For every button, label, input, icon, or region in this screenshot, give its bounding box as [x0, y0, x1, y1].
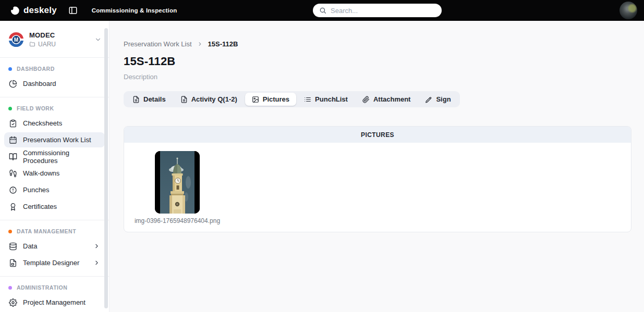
- sidebar-item-project-management[interactable]: Project Management: [4, 295, 105, 310]
- footprints-icon: [9, 169, 17, 178]
- page-subtitle: Description: [124, 73, 644, 81]
- paperclip-icon: [362, 96, 370, 103]
- book-open-icon: [9, 153, 17, 161]
- sidebar: M MODEC UARU DASHBOARD: [0, 21, 110, 312]
- tab-activity[interactable]: Activity Q(1-2): [174, 93, 244, 106]
- breadcrumb: Preservation Work List 15S-112B: [124, 40, 644, 48]
- pictures-panel-header: PICTURES: [124, 127, 631, 143]
- section-data-management: DATA MANAGEMENT Data Template Designer: [0, 220, 109, 273]
- tab-attachment[interactable]: Attachment: [356, 93, 418, 106]
- modec-logo-icon: M: [8, 32, 24, 47]
- deskely-logo-icon: [9, 5, 20, 16]
- section-dot: [8, 67, 12, 71]
- calendar-icon: [9, 136, 17, 144]
- brand-logo[interactable]: deskely: [9, 5, 57, 16]
- workspace-name: MODEC: [29, 31, 89, 39]
- tab-details[interactable]: Details: [126, 93, 173, 106]
- alert-circle-icon: [9, 186, 17, 194]
- sidebar-item-template-designer[interactable]: Template Designer: [4, 255, 105, 270]
- award-icon: [9, 203, 17, 211]
- file-text-icon: [132, 96, 140, 103]
- section-header-data-management: DATA MANAGEMENT: [0, 222, 109, 237]
- pen-icon: [425, 96, 432, 103]
- main-content: Preservation Work List 15S-112B 15S-112B…: [110, 21, 644, 312]
- section-header-field-work: FIELD WORK: [0, 99, 109, 114]
- sidebar-item-data[interactable]: Data: [4, 239, 105, 254]
- breadcrumb-root[interactable]: Preservation Work List: [124, 40, 192, 48]
- section-dot: [8, 286, 12, 290]
- image-icon: [252, 96, 259, 103]
- sidebar-item-dashboard[interactable]: Dashboard: [4, 76, 105, 91]
- clipboard-check-icon: [9, 119, 17, 128]
- sidebar-item-certificates[interactable]: Certificates: [4, 199, 105, 214]
- section-header-administration: ADMINISTRATION: [0, 279, 109, 293]
- database-icon: [9, 242, 17, 251]
- section-field-work: FIELD WORK Checksheets Pr: [0, 97, 109, 217]
- sidebar-item-walk-downs[interactable]: Walk-downs: [4, 166, 105, 181]
- section-dashboard: DASHBOARD Dashboard: [0, 58, 109, 94]
- pictures-panel: PICTURES: [124, 126, 631, 232]
- chevron-down-icon[interactable]: [94, 36, 102, 43]
- sidebar-item-commissioning-procedures[interactable]: Commissioning Procedures: [4, 149, 105, 164]
- section-dot: [8, 230, 12, 233]
- breadcrumb-current: 15S-112B: [208, 40, 238, 48]
- sidebar-toggle-icon[interactable]: [68, 6, 78, 15]
- page-title: 15S-112B: [124, 55, 644, 68]
- search-input[interactable]: [331, 7, 430, 15]
- chevron-right-icon: [93, 259, 100, 266]
- pictures-panel-body: img-0396-1765948976404.png: [124, 143, 631, 232]
- pie-chart-icon: [9, 80, 17, 88]
- section-header-dashboard: DASHBOARD: [0, 60, 109, 74]
- tab-sign[interactable]: Sign: [418, 93, 457, 106]
- tab-punchlist[interactable]: PunchList: [297, 93, 355, 106]
- workspace-switcher[interactable]: M MODEC UARU: [0, 21, 109, 57]
- picture-item[interactable]: img-0396-1765948976404.png: [132, 151, 222, 224]
- sidebar-item-preservation-work-list[interactable]: Preservation Work List: [4, 132, 105, 147]
- svg-text:M: M: [14, 37, 18, 43]
- sidebar-item-checksheets[interactable]: Checksheets: [4, 116, 105, 131]
- picture-thumbnail[interactable]: [155, 151, 200, 214]
- brand-name: deskely: [23, 5, 57, 16]
- picture-filename: img-0396-1765948976404.png: [135, 217, 220, 224]
- chevron-right-icon: [93, 243, 100, 249]
- section-dot: [8, 107, 12, 110]
- topbar: deskely Commissioning & Inspection: [0, 0, 644, 21]
- app-title: Commissioning & Inspection: [92, 7, 177, 14]
- tab-bar: Details Activity Q(1-2) Pictures: [124, 91, 460, 107]
- workspace-sub: UARU: [38, 41, 56, 48]
- sidebar-item-punches[interactable]: Punches: [4, 182, 105, 197]
- file-template-icon: [9, 259, 17, 267]
- gear-icon: [9, 298, 17, 307]
- chevron-right-icon: [197, 41, 203, 47]
- file-text-icon: [180, 96, 188, 103]
- section-administration: ADMINISTRATION Project Management: [0, 277, 109, 312]
- folder-icon: [29, 41, 35, 47]
- tab-pictures[interactable]: Pictures: [245, 93, 296, 106]
- search-icon: [319, 7, 326, 14]
- user-avatar[interactable]: [619, 2, 637, 19]
- search-box[interactable]: [313, 4, 442, 17]
- list-icon: [304, 96, 311, 103]
- sidebar-scrollbar[interactable]: [104, 28, 108, 308]
